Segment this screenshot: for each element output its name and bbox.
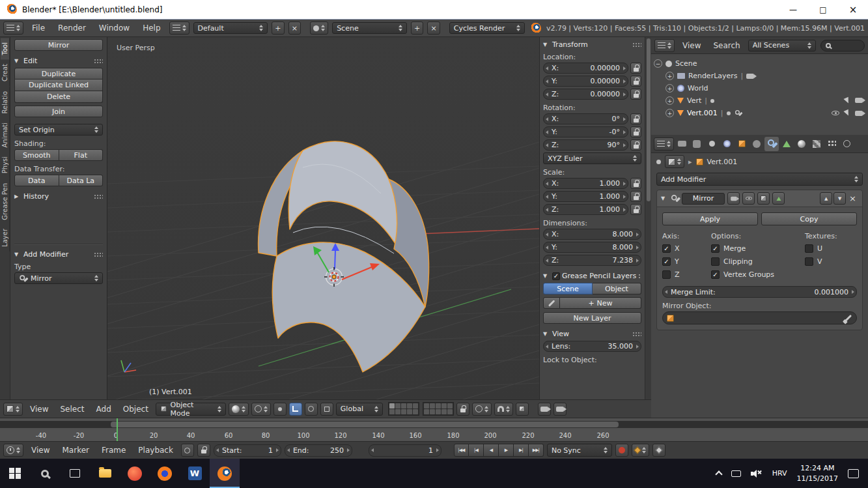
add-scene-button[interactable]: + xyxy=(411,22,423,35)
panel-grip-icon[interactable] xyxy=(632,42,641,48)
vertex-groups-row[interactable]: ✓Vertex Groups xyxy=(711,268,805,281)
restrict-render-icon[interactable] xyxy=(855,98,863,103)
timeline-menu-playback[interactable]: Playback xyxy=(133,446,178,455)
action-center-button[interactable] xyxy=(848,469,859,478)
duplicate-button[interactable]: Duplicate xyxy=(14,68,103,79)
jump-prev-keyframe-button[interactable]: |◀ xyxy=(469,444,484,457)
scene-icon-button[interactable] xyxy=(310,22,328,35)
dimensions-z-field[interactable]: Z:7.238 xyxy=(543,255,641,266)
location-x-field[interactable]: X:0.00000 xyxy=(543,63,628,74)
delete-scene-button[interactable]: × xyxy=(427,22,440,35)
scale-y-field[interactable]: Y:1.000 xyxy=(543,191,628,202)
add-modifier-select[interactable]: Add Modifier xyxy=(656,173,863,186)
renderability-icon[interactable] xyxy=(746,74,754,79)
panel-expand-icon[interactable]: ▼ xyxy=(661,195,668,201)
screen-layout-select[interactable]: Default xyxy=(193,22,268,34)
mirror-object-field[interactable] xyxy=(662,311,857,324)
volume-muted-icon[interactable] xyxy=(751,470,763,478)
lock-rotation-y-button[interactable] xyxy=(630,126,641,137)
tab-modifiers-icon[interactable] xyxy=(764,137,779,151)
sync-mode-select[interactable]: No Sync xyxy=(547,444,612,457)
tab-render-layers-icon[interactable] xyxy=(690,137,704,151)
texture-u-checkbox[interactable] xyxy=(805,244,813,253)
outliner-scope-select[interactable]: All Scenes xyxy=(748,40,816,51)
editor-type-button[interactable] xyxy=(3,403,23,416)
join-button[interactable]: Join xyxy=(14,106,103,117)
dimensions-x-field[interactable]: X:8.000 xyxy=(543,229,641,240)
view3d-menu-view[interactable]: View xyxy=(25,405,53,414)
timeline-menu-view[interactable]: View xyxy=(27,446,54,455)
layers-grid-right[interactable] xyxy=(423,402,454,416)
tree-row-vert[interactable]: + Vert | xyxy=(654,94,865,107)
tab-grease-pencil[interactable]: Grease Pen xyxy=(1,179,10,225)
tab-material-icon[interactable] xyxy=(794,137,809,151)
history-panel-header[interactable]: ▶History xyxy=(14,192,103,201)
tab-render-icon[interactable] xyxy=(675,137,689,151)
minimize-button[interactable]: — xyxy=(778,0,808,20)
close-button[interactable]: × xyxy=(838,0,868,20)
gp-new-button[interactable]: +New xyxy=(560,297,641,309)
taskbar-clock[interactable]: 12:24 AM 11/15/2017 xyxy=(797,463,838,483)
current-frame-marker[interactable] xyxy=(117,418,118,442)
scrollbar-thumb[interactable] xyxy=(647,38,651,201)
tab-object-icon[interactable] xyxy=(735,137,749,151)
tab-world-icon[interactable] xyxy=(720,137,734,151)
auto-keyframe-toggle[interactable] xyxy=(615,444,628,457)
tree-row-renderlayers[interactable]: + RenderLayers | xyxy=(654,70,865,82)
outliner-menu-view[interactable]: View xyxy=(678,41,705,50)
modifier-render-toggle[interactable] xyxy=(727,192,740,205)
axis-z-checkbox[interactable] xyxy=(662,270,671,279)
snap-select[interactable] xyxy=(494,403,513,416)
jump-to-start-button[interactable]: |◀◀ xyxy=(454,444,469,457)
tree-row-scene[interactable]: − Scene xyxy=(654,57,865,70)
view3d-menu-select[interactable]: Select xyxy=(55,405,89,414)
editor-type-button[interactable] xyxy=(654,39,675,52)
copy-button[interactable]: Copy xyxy=(761,212,857,225)
duplicate-linked-button[interactable]: Duplicate Linked xyxy=(14,79,103,91)
render-engine-select[interactable]: Cycles Render xyxy=(449,22,525,34)
show-hidden-icons-button[interactable] xyxy=(715,470,722,478)
edit-panel-header[interactable]: ▼Edit xyxy=(14,57,103,65)
start-button[interactable] xyxy=(0,459,30,488)
opengl-render-anim-button[interactable] xyxy=(553,403,567,416)
expand-icon[interactable]: + xyxy=(665,72,674,80)
file-explorer-button[interactable] xyxy=(90,459,120,488)
eyedropper-icon[interactable] xyxy=(845,314,852,321)
screen-layout-icon-button[interactable] xyxy=(169,22,189,35)
use-preview-range-toggle[interactable] xyxy=(181,444,194,457)
timeline-menu-frame[interactable]: Frame xyxy=(97,446,130,455)
shade-flat-button[interactable]: Flat xyxy=(59,149,104,161)
lock-scale-y-button[interactable] xyxy=(630,191,641,202)
menu-file[interactable]: File xyxy=(27,23,49,33)
view3d-menu-object[interactable]: Object xyxy=(119,405,153,414)
orientation-select[interactable]: Global xyxy=(336,403,383,416)
modifier-editmode-toggle[interactable] xyxy=(757,192,770,205)
axis-x-row[interactable]: ✓X xyxy=(662,242,711,255)
viewport-3d[interactable]: User Persp (1) Vert.001 xyxy=(107,37,539,399)
expand-icon[interactable]: + xyxy=(665,84,674,93)
add-layout-button[interactable]: + xyxy=(272,22,284,35)
panel-grip-icon[interactable] xyxy=(94,252,103,257)
gp-new-layer-button[interactable]: New Layer xyxy=(543,312,641,324)
axis-y-checkbox[interactable]: ✓ xyxy=(662,257,671,266)
layers-grid-left[interactable] xyxy=(388,402,419,416)
panel-grip-icon[interactable] xyxy=(94,194,103,199)
outliner-search-input[interactable] xyxy=(820,40,865,51)
tab-tools[interactable]: Tool xyxy=(1,38,10,59)
manipulator-translate-toggle[interactable] xyxy=(289,403,302,416)
panel-grip-icon[interactable] xyxy=(638,274,641,279)
view-panel-header[interactable]: ▼View xyxy=(543,330,641,338)
grease-pencil-checkbox[interactable]: ✓ xyxy=(552,272,560,280)
blender-taskbar-button[interactable] xyxy=(210,459,240,488)
panel-grip-icon[interactable] xyxy=(632,332,641,337)
view3d-menu-add[interactable]: Add xyxy=(92,405,116,414)
play-reverse-button[interactable]: ◀ xyxy=(484,444,499,457)
expand-icon[interactable]: + xyxy=(665,96,674,105)
modifier-realtime-toggle[interactable] xyxy=(742,192,755,205)
rotation-x-field[interactable]: X:0° xyxy=(543,113,628,124)
jump-next-keyframe-button[interactable]: ▶| xyxy=(514,444,529,457)
npanel-scrollbar[interactable] xyxy=(645,37,651,399)
power-icon[interactable] xyxy=(731,470,741,477)
modifier-cage-toggle[interactable] xyxy=(772,192,785,205)
editor-type-button[interactable] xyxy=(3,444,23,457)
